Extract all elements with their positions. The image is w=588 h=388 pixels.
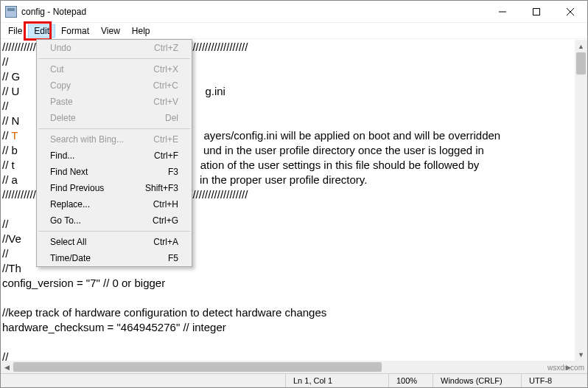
menu-delete[interactable]: DeleteDel: [37, 110, 192, 126]
scroll-down-icon[interactable]: ▼: [575, 348, 587, 361]
edit-dropdown: UndoCtrl+Z CutCtrl+X CopyCtrl+C PasteCtr…: [36, 39, 192, 267]
svg-rect-1: [533, 8, 540, 15]
menu-find-previous[interactable]: Find PreviousShift+F3: [37, 180, 192, 196]
minimize-button[interactable]: [486, 1, 519, 23]
status-zoom: 100%: [388, 374, 433, 387]
horizontal-scrollbar[interactable]: ◀ ▶: [1, 361, 575, 373]
menu-time-date[interactable]: Time/DateF5: [37, 250, 192, 266]
menu-file[interactable]: File: [2, 24, 28, 38]
separator: [38, 58, 190, 59]
separator: [38, 231, 190, 232]
scroll-thumb-h[interactable]: [13, 362, 382, 372]
status-position: Ln 1, Col 1: [285, 374, 388, 387]
menu-replace[interactable]: Replace...Ctrl+H: [37, 196, 192, 212]
titlebar: config - Notepad: [1, 1, 587, 23]
scroll-up-icon[interactable]: ▲: [575, 40, 587, 52]
scroll-thumb-v[interactable]: [576, 52, 586, 75]
menu-select-all[interactable]: Select AllCtrl+A: [37, 234, 192, 250]
menu-find-next[interactable]: Find NextF3: [37, 164, 192, 180]
watermark: wsxdn.com: [547, 364, 584, 372]
menu-find[interactable]: Find...Ctrl+F: [37, 148, 192, 164]
svg-line-2: [567, 8, 574, 15]
window-buttons: [486, 1, 587, 23]
window-title: config - Notepad: [17, 7, 486, 17]
menu-paste[interactable]: PasteCtrl+V: [37, 94, 192, 110]
menu-edit[interactable]: Edit: [28, 24, 55, 38]
close-button[interactable]: [553, 1, 587, 23]
maximize-button[interactable]: [519, 1, 553, 23]
statusbar: Ln 1, Col 1 100% Windows (CRLF) UTF-8: [1, 373, 587, 387]
menu-undo[interactable]: UndoCtrl+Z: [37, 40, 192, 56]
scroll-left-icon[interactable]: ◀: [1, 361, 13, 373]
status-encoding: UTF-8: [521, 374, 587, 387]
app-icon: [5, 6, 17, 18]
separator: [38, 128, 190, 129]
menu-help[interactable]: Help: [126, 24, 156, 38]
status-line-ending: Windows (CRLF): [433, 374, 521, 387]
menubar: File Edit Format View Help: [1, 23, 587, 39]
menu-search-bing[interactable]: Search with Bing...Ctrl+E: [37, 131, 192, 148]
menu-format[interactable]: Format: [55, 24, 95, 38]
menu-view[interactable]: View: [95, 24, 126, 38]
svg-line-3: [567, 8, 574, 15]
menu-cut[interactable]: CutCtrl+X: [37, 61, 192, 77]
menu-goto[interactable]: Go To...Ctrl+G: [37, 212, 192, 229]
menu-copy[interactable]: CopyCtrl+C: [37, 77, 192, 94]
vertical-scrollbar[interactable]: ▲ ▼: [575, 40, 587, 361]
